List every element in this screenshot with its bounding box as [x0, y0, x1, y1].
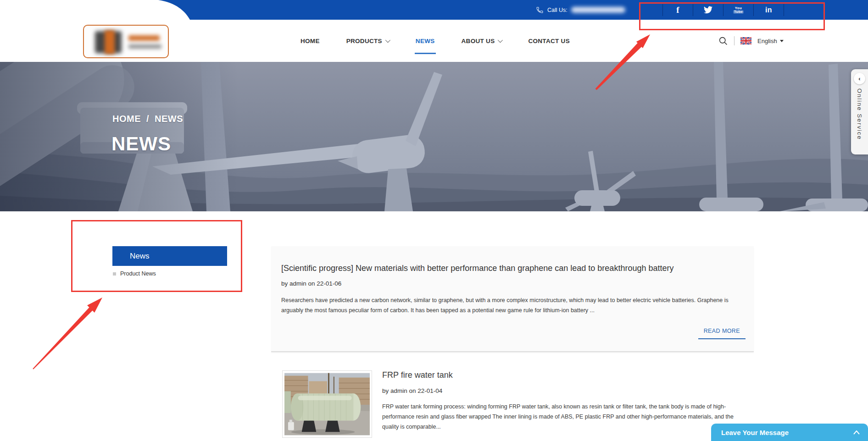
header: HOME PRODUCTS NEWS ABOUT US CONTACT US — [0, 20, 868, 62]
main-nav: HOME PRODUCTS NEWS ABOUT US CONTACT US — [300, 20, 570, 62]
language-selector[interactable]: English — [757, 38, 784, 44]
breadcrumb-separator: / — [146, 114, 149, 124]
logo-mark-blurred — [105, 30, 115, 54]
bullet-icon — [113, 272, 116, 276]
phone-number-redacted — [571, 7, 625, 13]
facebook-icon[interactable]: f — [663, 5, 693, 15]
article-byline: by admin on 22-01-04 — [382, 387, 442, 394]
phone-icon — [536, 6, 544, 14]
nav-item-contact-us[interactable]: CONTACT US — [528, 20, 570, 62]
uk-flag-icon — [740, 37, 751, 44]
social-links: f You Tube in — [662, 0, 784, 20]
nav-item-news[interactable]: NEWS — [416, 20, 435, 62]
page-title: NEWS — [111, 133, 171, 155]
breadcrumb: HOME / NEWS — [112, 114, 183, 124]
youtube-icon[interactable]: You Tube — [723, 6, 753, 14]
header-tools: English — [718, 20, 784, 62]
divider — [734, 36, 734, 45]
leave-message-bar[interactable]: Leave Your Message — [711, 424, 868, 441]
sidebar-item-product-news[interactable]: Product News — [113, 270, 156, 277]
article-thumbnail[interactable] — [282, 370, 372, 438]
article-excerpt: Researchers have predicted a new carbon … — [281, 295, 747, 315]
divider — [784, 4, 784, 16]
online-service-tab[interactable]: ‹ Online Service — [851, 69, 868, 154]
active-tab-underline — [415, 53, 436, 54]
read-more-link[interactable]: READ MORE — [698, 328, 746, 339]
header-notch — [0, 0, 197, 20]
article-excerpt: FRP water tank forming process: winding … — [382, 402, 744, 432]
frp-tank-image — [284, 373, 370, 435]
call-us-label: Call Us: — [547, 7, 568, 13]
nav-item-about-us[interactable]: ABOUT US — [462, 20, 502, 62]
chevron-down-icon — [498, 38, 503, 43]
online-service-label: Online Service — [856, 88, 863, 140]
sidebar-category-news[interactable]: News — [112, 246, 227, 266]
call-us: Call Us: — [536, 0, 625, 20]
search-icon[interactable] — [718, 36, 728, 46]
linkedin-icon[interactable]: in — [754, 6, 784, 14]
nav-item-products[interactable]: PRODUCTS — [346, 20, 389, 62]
hero-banner: HOME / NEWS NEWS — [0, 62, 868, 211]
news-article-card: [Scientific progress] New materials with… — [271, 246, 754, 352]
chevron-down-icon — [385, 38, 390, 43]
logo[interactable] — [83, 25, 169, 58]
article-title[interactable]: [Scientific progress] New materials with… — [281, 264, 673, 273]
chevron-up-icon[interactable] — [853, 430, 860, 435]
breadcrumb-home-link[interactable]: HOME — [112, 114, 141, 124]
logo-text-blurred — [128, 44, 161, 49]
caret-down-icon — [780, 40, 784, 42]
logo-text-blurred — [128, 35, 160, 41]
chevron-left-icon[interactable]: ‹ — [854, 73, 865, 84]
page: Call Us: f You Tube in — [0, 0, 868, 441]
leave-message-label: Leave Your Message — [721, 429, 789, 436]
twitter-icon[interactable] — [693, 6, 723, 14]
breadcrumb-current: NEWS — [155, 114, 183, 124]
article-byline: by admin on 22-01-06 — [281, 280, 341, 287]
article-title[interactable]: FRP fire water tank — [382, 370, 453, 380]
nav-item-home[interactable]: HOME — [300, 20, 320, 62]
